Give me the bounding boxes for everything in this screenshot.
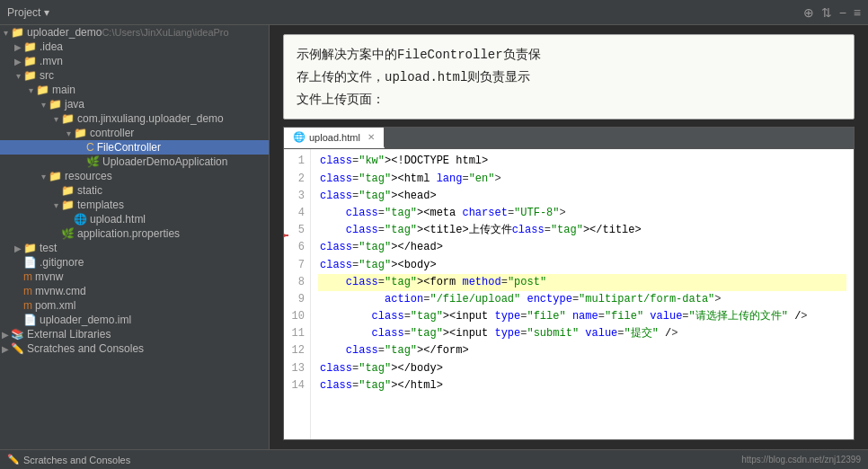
code-line-8: class="tag"><form method="post" [318,274,846,291]
sidebar-item-ext_libs[interactable]: ▶ 📚 External Libraries [0,327,269,341]
sidebar-item-uploader_demo[interactable]: ▾ 📁 uploader_demo C:\Users\JinXuLiang\id… [0,25,269,40]
line-number-4: 4 [289,205,305,222]
arrow-icon: ▾ [50,114,61,124]
sidebar-item-static[interactable]: 📁 static [0,183,269,198]
line-number-5: 5 [289,222,305,239]
item-suffix: C:\Users\JinXuLiang\ideaPro [102,27,228,38]
file-icon: 🌿 [86,155,100,168]
item-label: .mvn [40,55,63,67]
file-icon: m [23,285,32,297]
item-label: resources [65,170,112,182]
line-number-1: 1 [289,153,305,170]
sidebar-item-uploaderdemo[interactable]: 🌿 UploaderDemoApplication [0,155,269,169]
sidebar-item-main[interactable]: ▾ 📁 main [0,83,269,97]
editor-content: 1234567891011121314 class="kw"><!DOCTYPE… [284,149,854,439]
line-numbers: 1234567891011121314 [284,149,311,439]
bottom-bar: ✏️ Scratches and Consoles https://blog.c… [0,449,868,469]
sidebar-item-mvnwcmd[interactable]: m mvnw.cmd [0,284,269,298]
sidebar-item-app_props[interactable]: 🌿 application.properties [0,226,269,241]
editor-wrapper: 🌐 upload.html ✕ 1234567891011121314 clas… [283,127,855,440]
line-number-3: 3 [289,188,305,205]
line-number-9: 9 [289,291,305,308]
item-label: uploader_demo [27,26,102,39]
item-label: src [40,69,54,82]
item-label: pom.xml [35,299,75,312]
sidebar-item-controller[interactable]: ▾ 📁 controller [0,126,269,140]
top-bar-icons: ⊕ ⇅ − ≡ [803,5,861,20]
code-line-11: class="tag"><input type="submit" value="… [318,325,846,342]
sidebar-item-resources[interactable]: ▾ 📁 resources [0,169,269,183]
file-icon: m [23,270,32,283]
arrow-icon: ▾ [50,200,61,210]
arrow-icon: ▾ [38,172,49,181]
add-icon[interactable]: ⊕ [803,5,814,20]
file-icon: 📚 [11,328,24,341]
sort-icon[interactable]: ⇅ [821,5,832,20]
file-icon: 📁 [61,199,75,211]
tab-icon: 🌐 [293,131,306,143]
arrow-icon: ▶ [0,344,11,354]
sidebar-item-pomxml[interactable]: m pom.xml [0,298,269,313]
arrow-icon: ▾ [63,128,74,138]
file-icon: 📁 [11,26,24,39]
arrow-icon: ▶ [13,42,23,52]
settings-icon[interactable]: ≡ [854,5,861,20]
file-icon: ✏️ [11,342,24,355]
file-icon: 📁 [23,242,37,254]
code-line-14: class="tag"></html> [318,377,846,394]
sidebar-item-filecontroller[interactable]: C FileController [0,140,269,155]
file-icon: 📁 [23,69,37,82]
item-label: main [52,84,75,96]
scratches-label: Scratches and Consoles [23,455,130,465]
arrow-icon: ▾ [25,85,36,95]
code-line-2: class="tag"><html lang="en"> [318,171,846,188]
sidebar-item-mvnw[interactable]: m mvnw [0,270,269,284]
item-label: static [77,184,102,197]
item-label: .gitignore [40,256,84,269]
item-label: test [40,242,57,254]
file-icon: 📁 [49,98,62,111]
file-icon: 📁 [74,127,87,139]
tab-label: upload.html [309,132,360,143]
sidebar-item-upload_html[interactable]: 🌐 upload.html [0,212,269,226]
sidebar-item-java[interactable]: ▾ 📁 java [0,97,269,111]
code-line-10: class="tag"><input type="file" name="fil… [318,308,846,325]
file-icon: 📁 [36,84,49,96]
code-line-6: class="tag"></head> [318,239,846,256]
line-number-14: 14 [289,377,305,394]
line-number-12: 12 [289,342,305,359]
item-label: com.jinxuliang.uploader_demo [77,112,224,125]
arrow-icon: ▾ [0,28,11,38]
item-label: controller [90,127,134,139]
file-icon: 📁 [23,55,37,67]
sidebar-item-idea[interactable]: ▶ 📁 .idea [0,40,269,54]
code-line-4: class="tag"><meta charset="UTF-8"> [318,205,846,222]
sidebar-item-pkg[interactable]: ▾ 📁 com.jinxuliang.uploader_demo [0,111,269,126]
editor-tab-upload-html[interactable]: 🌐 upload.html ✕ [284,128,385,148]
line-number-8: 8 [289,274,305,291]
tab-close-icon[interactable]: ✕ [368,132,375,142]
item-label: upload.html [90,213,146,226]
scratches-item[interactable]: ✏️ Scratches and Consoles [7,454,130,465]
line-number-13: 13 [289,360,305,377]
item-label: FileController [97,141,161,154]
collapse-icon[interactable]: − [839,5,846,20]
arrow-icon: ▶ [13,57,23,66]
code-area[interactable]: class="kw"><!DOCTYPE html>class="tag"><h… [311,149,854,439]
sidebar-item-src[interactable]: ▾ 📁 src [0,68,269,83]
item-label: uploader_demo.iml [40,314,131,326]
sidebar-item-uploader_iml[interactable]: 📄 uploader_demo.iml [0,313,269,327]
line-number-6: 6 [289,239,305,256]
item-label: Scratches and Consoles [27,342,144,355]
file-icon: C [86,141,94,154]
code-line-5: class="tag"><title>上传文件class="tag"></tit… [318,222,846,239]
file-icon: 🌐 [74,213,87,226]
sidebar-item-templates[interactable]: ▾ 📁 templates [0,198,269,212]
sidebar-item-gitignore[interactable]: 📄 .gitignore [0,255,269,270]
sidebar-item-scratches[interactable]: ▶ ✏️ Scratches and Consoles [0,341,269,356]
content-area: 示例解决方案中的FileController负责保 存上传的文件，upload.… [270,25,868,449]
project-title[interactable]: Project ▾ [7,6,49,19]
sidebar-item-mvn[interactable]: ▶ 📁 .mvn [0,54,269,68]
item-label: templates [77,199,124,211]
sidebar-item-test[interactable]: ▶ 📁 test [0,241,269,255]
